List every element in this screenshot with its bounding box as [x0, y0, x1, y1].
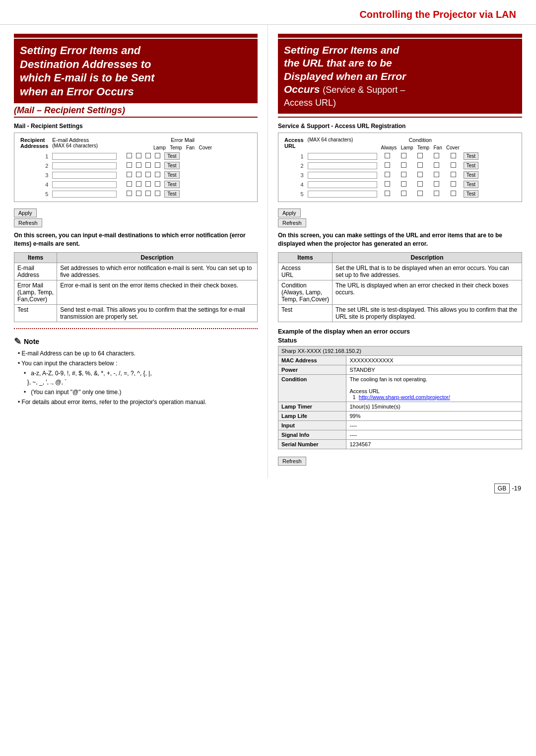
right-test-btn-3[interactable]: Test: [464, 171, 478, 179]
form-row-1: 1 Test: [18, 151, 253, 161]
chk-r-lamp-2[interactable]: [401, 162, 406, 168]
left-dotted-divider: [14, 328, 258, 329]
right-test-btn-2[interactable]: Test: [464, 162, 478, 169]
left-desc-row-errormail: Error Mail (Lamp, Temp, Fan,Cover) Error…: [14, 280, 258, 304]
email-input-5[interactable]: [52, 191, 117, 198]
chk-temp-4[interactable]: [136, 181, 141, 187]
col-error-mail: Error Mail: [125, 136, 241, 144]
left-heading-line4: when an Error Occurs: [20, 85, 134, 98]
chk-r-temp-1[interactable]: [417, 153, 423, 158]
left-refresh-button[interactable]: Refresh: [14, 218, 42, 227]
page-title: Controlling the Projector via LAN: [359, 9, 516, 20]
chk-r-cover-5[interactable]: [451, 191, 456, 196]
chk-always-1[interactable]: [385, 153, 390, 158]
chk-r-fan-4[interactable]: [434, 181, 439, 187]
page-number: -19: [512, 484, 521, 492]
chk-r-cover-2[interactable]: [451, 162, 456, 168]
chk-temp-5[interactable]: [136, 191, 141, 196]
right-apply-button[interactable]: Apply: [278, 208, 301, 217]
chk-lamp-2[interactable]: [127, 162, 132, 168]
chk-r-lamp-1[interactable]: [401, 153, 406, 158]
status-header-device: Sharp XX-XXXX (192.168.150.2): [278, 346, 522, 355]
chk-fan-3[interactable]: [145, 172, 151, 177]
chk-r-fan-5[interactable]: [434, 191, 439, 196]
chk-fan-5[interactable]: [145, 191, 151, 196]
chk-fan-4[interactable]: [145, 181, 151, 187]
chk-r-lamp-3[interactable]: [401, 172, 406, 177]
chk-r-fan-1[interactable]: [434, 153, 439, 158]
chk-always-4[interactable]: [385, 181, 390, 187]
chk-cover-3[interactable]: [155, 172, 160, 177]
email-input-2[interactable]: [52, 162, 117, 169]
chk-cover-1[interactable]: [155, 153, 160, 158]
chk-r-cover-4[interactable]: [451, 181, 456, 187]
note-item-2: You can input the characters below :: [18, 359, 258, 368]
test-btn-5[interactable]: Test: [164, 190, 179, 198]
chk-always-5[interactable]: [385, 191, 390, 196]
note-section: ✎ Note E-mail Address can be up to 64 ch…: [14, 333, 258, 411]
url-input-4[interactable]: [308, 181, 377, 188]
right-refresh-button[interactable]: Refresh: [278, 218, 306, 227]
email-input-4[interactable]: [52, 181, 117, 188]
status-value-mac: XXXXXXXXXXXX: [346, 355, 522, 365]
email-input-3[interactable]: [52, 172, 117, 179]
url-input-3[interactable]: [308, 172, 377, 179]
chk-r-temp-3[interactable]: [417, 172, 423, 177]
test-btn-1[interactable]: Test: [164, 152, 179, 160]
right-test-btn-4[interactable]: Test: [464, 181, 478, 188]
right-test-btn-1[interactable]: Test: [464, 152, 478, 160]
chk-fan-2[interactable]: [145, 162, 151, 168]
chk-r-cover-3[interactable]: [451, 172, 456, 177]
email-input-1[interactable]: [52, 153, 117, 160]
chk-always-3[interactable]: [385, 172, 390, 177]
chk-lamp-5[interactable]: [127, 191, 132, 196]
page-footer: GB -19: [0, 479, 536, 498]
chk-r-cover-1[interactable]: [451, 153, 456, 158]
status-row-lamptimer: Lamp Timer 1hour(s) 15minute(s): [278, 402, 522, 411]
chk-cover-4[interactable]: [155, 181, 160, 187]
chk-r-fan-2[interactable]: [434, 162, 439, 168]
left-apply-button[interactable]: Apply: [14, 208, 37, 217]
chk-r-lamp-5[interactable]: [401, 191, 406, 196]
chk-cover-2[interactable]: [155, 162, 160, 168]
test-btn-2[interactable]: Test: [164, 162, 179, 169]
chk-cover-5[interactable]: [155, 191, 160, 196]
chk-lamp-1[interactable]: [127, 153, 132, 158]
right-column: Setting Error Items and the URL that are…: [268, 25, 536, 479]
left-desc-col-desc: Description: [57, 252, 258, 263]
url-input-2[interactable]: [308, 162, 377, 169]
url-input-5[interactable]: [308, 191, 377, 198]
right-section-heading: Setting Error Items and the URL that are…: [278, 39, 522, 114]
left-desc-item-test: Test: [14, 304, 57, 322]
note-header: ✎ Note: [14, 336, 258, 347]
left-desc-table: Items Description E-mail Address Set add…: [14, 252, 258, 322]
chk-r-temp-2[interactable]: [417, 162, 423, 168]
left-desc-item-errormail: Error Mail (Lamp, Temp, Fan,Cover): [14, 280, 57, 304]
chk-always-2[interactable]: [385, 162, 390, 168]
status-url-link[interactable]: http://www.sharp-world.com/projector/: [359, 394, 450, 400]
status-row-power: Power STANDBY: [278, 365, 522, 374]
test-btn-3[interactable]: Test: [164, 171, 179, 179]
chk-r-fan-3[interactable]: [434, 172, 439, 177]
status-row-condition: Condition The cooling fan is not operati…: [278, 374, 522, 402]
status-row-serial: Serial Number 1234567: [278, 439, 522, 449]
chk-temp-2[interactable]: [136, 162, 141, 168]
right-desc-col-items: Items: [278, 252, 333, 263]
chk-r-temp-4[interactable]: [417, 181, 423, 187]
right-section-subheading: [278, 116, 522, 118]
right-desc-row-url: Access URL Set the URL that is to be dis…: [278, 263, 522, 280]
status-refresh-button[interactable]: Refresh: [278, 457, 306, 466]
test-btn-4[interactable]: Test: [164, 181, 179, 188]
chk-lamp-4[interactable]: [127, 181, 132, 187]
chk-temp-3[interactable]: [136, 172, 141, 177]
col-addresses: Addresses: [20, 143, 48, 149]
status-row-lamplife: Lamp Life 99%: [278, 411, 522, 420]
chk-r-lamp-4[interactable]: [401, 181, 406, 187]
chk-lamp-3[interactable]: [127, 172, 132, 177]
url-input-1[interactable]: [308, 153, 377, 160]
chk-temp-1[interactable]: [136, 153, 141, 158]
form-row-4: 4 Test: [18, 180, 253, 189]
right-test-btn-5[interactable]: Test: [464, 190, 478, 198]
chk-r-temp-5[interactable]: [417, 191, 423, 196]
chk-fan-1[interactable]: [145, 153, 151, 158]
